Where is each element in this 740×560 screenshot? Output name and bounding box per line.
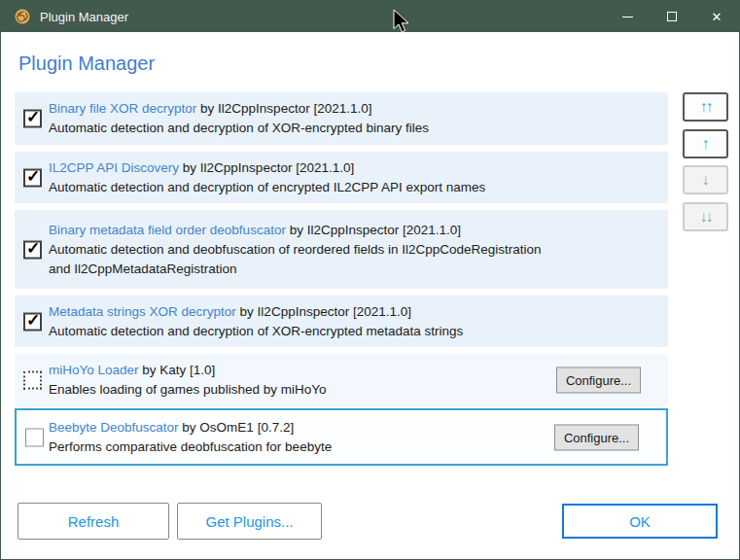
move-to-bottom-button[interactable]: ↓↓: [683, 202, 728, 231]
plugin-description: Automatic detection and decryption of XO…: [49, 119, 554, 138]
ok-button[interactable]: OK: [562, 504, 718, 539]
close-icon: ✕: [712, 11, 722, 23]
check-icon: ✓: [26, 108, 40, 126]
plugin-checkbox[interactable]: ✓: [23, 312, 42, 331]
plugin-name-link[interactable]: Binary file XOR decryptor: [49, 101, 196, 116]
plugin-name-link[interactable]: Beebyte Deobfuscator: [49, 420, 179, 435]
refresh-button[interactable]: Refresh: [18, 503, 169, 540]
plugin-description: Automatic detection and decryption of XO…: [49, 322, 554, 341]
check-icon: ✓: [26, 238, 40, 257]
plugin-author-version: by Il2CppInspector [2021.1.0]: [183, 160, 354, 175]
plugin-description: Automatic detection and deobfuscation of…: [49, 240, 554, 279]
page-title: Plugin Manager: [18, 52, 155, 75]
move-up-button[interactable]: ↑: [683, 129, 728, 158]
plugin-list: ✓ Binary file XOR decryptor by Il2CppIns…: [15, 92, 668, 466]
caption-buttons: ✕: [605, 1, 739, 32]
plugin-row-mihoyo-loader[interactable]: miHoYo Loader by Katy [1.0] Enables load…: [15, 354, 668, 406]
plugin-description: Automatic detection and decryption of en…: [49, 178, 554, 197]
plugin-name-link[interactable]: miHoYo Loader: [49, 363, 139, 377]
app-logo-icon: [14, 8, 31, 25]
check-icon: ✓: [26, 310, 40, 329]
minimize-button[interactable]: [605, 1, 650, 32]
check-icon: ✓: [26, 166, 40, 185]
plugin-author-version: by Il2CppInspector [2021.1.0]: [290, 223, 461, 237]
get-plugins-button[interactable]: Get Plugins...: [177, 503, 322, 540]
plugin-name-link[interactable]: Metadata strings XOR decryptor: [49, 304, 236, 319]
plugin-row-il2cpp-api-discovery[interactable]: ✓ IL2CPP API Discovery by Il2CppInspecto…: [15, 152, 668, 203]
window-title: Plugin Manager: [40, 10, 128, 24]
plugin-author-version: by Katy [1.0]: [142, 363, 215, 377]
plugin-checkbox[interactable]: ✓: [23, 110, 42, 128]
plugin-name-link[interactable]: Binary metadata field order deobfuscator: [49, 223, 286, 237]
plugin-author-version: by Il2CppInspector [2021.1.0]: [240, 304, 411, 319]
plugin-checkbox[interactable]: [25, 428, 44, 446]
move-down-button[interactable]: ↓: [683, 165, 728, 194]
plugin-row-beebyte-deobfuscator[interactable]: Beebyte Deobfuscator by OsOmE1 [0.7.2] P…: [15, 408, 668, 466]
plugin-row-metadata-strings-xor-decryptor[interactable]: ✓ Metadata strings XOR decryptor by Il2C…: [15, 296, 668, 347]
maximize-button[interactable]: [650, 1, 694, 32]
close-button[interactable]: ✕: [694, 1, 739, 32]
plugin-author-version: by OsOmE1 [0.7.2]: [182, 420, 294, 435]
titlebar: Plugin Manager ✕: [1, 1, 739, 32]
plugin-row-binary-file-xor-decryptor[interactable]: ✓ Binary file XOR decryptor by Il2CppIns…: [15, 92, 668, 145]
minimize-icon: [622, 17, 633, 18]
configure-button[interactable]: Configure...: [556, 368, 641, 394]
plugin-row-binary-metadata-field-order-deobfuscator[interactable]: ✓ Binary metadata field order deobfuscat…: [15, 210, 668, 289]
plugin-checkbox[interactable]: ✓: [23, 240, 42, 259]
move-to-top-button[interactable]: ↑↑: [683, 92, 728, 122]
plugin-author-version: by Il2CppInspector [2021.1.0]: [200, 101, 371, 116]
configure-button[interactable]: Configure...: [554, 424, 639, 450]
plugin-manager-window: Plugin Manager ✕ Plugin Manager ✓ Binary…: [0, 0, 740, 560]
plugin-checkbox[interactable]: ✓: [23, 168, 42, 187]
plugin-name-link[interactable]: IL2CPP API Discovery: [49, 160, 179, 175]
maximize-icon: [667, 12, 677, 21]
plugin-checkbox[interactable]: [23, 371, 42, 390]
plugin-description: Performs comparative deobfuscation for b…: [49, 438, 554, 457]
plugin-description: Enables loading of games published by mi…: [49, 380, 554, 400]
